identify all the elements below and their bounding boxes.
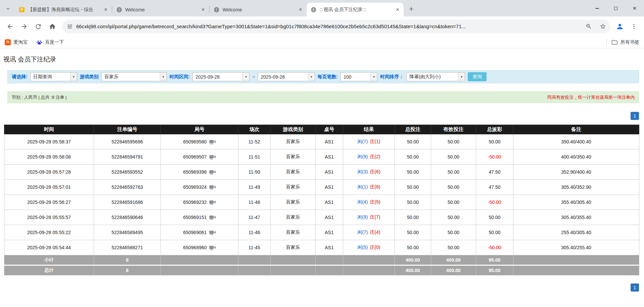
sort-order-select[interactable]: 降幂(由大到小) ▾ xyxy=(406,72,465,81)
bet-records-table: 时间 注单编号 局号 场次 游戏类别 桌号 结果 总投注 有效投注 总派彩 备注… xyxy=(4,125,639,275)
bookmark-baidu[interactable]: 百度一下 xyxy=(36,39,64,45)
minimize-icon xyxy=(595,8,599,9)
menu-button[interactable] xyxy=(627,19,641,34)
query-type-select[interactable]: 日期查询 ▾ xyxy=(30,72,77,81)
refresh-button[interactable] xyxy=(31,19,45,34)
home-button[interactable] xyxy=(45,19,59,34)
cell-payout: 50.00 xyxy=(476,225,513,240)
header-total-bet: 总投注 xyxy=(395,125,431,134)
table-row: 2025-09-28 05:58:37 522846595686 6509695… xyxy=(4,134,639,149)
cell-table-no: AS1 xyxy=(316,210,343,225)
video-replay-icon[interactable] xyxy=(209,185,216,190)
video-replay-icon[interactable] xyxy=(209,155,216,160)
cell-time: 2025-09-28 05:57:28 xyxy=(4,165,94,180)
result-player: 闲(4) xyxy=(357,199,368,205)
result-player: 闲(7) xyxy=(357,229,368,235)
cell-total-bet[interactable]: 50.00 xyxy=(395,195,431,210)
subtotal-payout: 95.00 xyxy=(476,255,513,265)
cell-remark: 355.40/305.40 xyxy=(513,195,639,210)
cell-table-no: AS1 xyxy=(316,149,343,165)
cell-table-no: AS1 xyxy=(316,240,343,255)
cell-total-bet[interactable]: 50.00 xyxy=(395,225,431,240)
cell-result: 闲(1)庄(8) xyxy=(343,180,395,195)
pagination-page-1-top[interactable]: 1 xyxy=(631,112,639,120)
maximize-button[interactable] xyxy=(606,0,625,16)
forward-icon xyxy=(20,23,28,30)
cell-total-bet[interactable]: 50.00 xyxy=(395,134,431,149)
result-banker: 庄(4) xyxy=(370,229,380,235)
close-button[interactable]: ✕ xyxy=(625,0,644,16)
date-range-tilde: ~ xyxy=(252,74,255,80)
star-icon xyxy=(600,23,606,30)
cell-total-bet[interactable]: 50.00 xyxy=(395,240,431,255)
tab-search-button[interactable] xyxy=(3,3,13,14)
tab-close-icon[interactable]: ✕ xyxy=(297,6,304,13)
tab-close-icon[interactable]: ✕ xyxy=(200,6,206,13)
total-total-bet: 400.00 xyxy=(395,265,431,275)
video-replay-icon[interactable] xyxy=(209,245,216,251)
cell-result: 闲(3)庄(6) xyxy=(343,165,395,180)
subtotal-label: 小计 xyxy=(4,255,94,265)
round-number: 650969151 xyxy=(183,215,206,220)
tab-welcome-1[interactable]: Welcome ✕ xyxy=(112,3,209,16)
game-type-select[interactable]: 百家乐 ▾ xyxy=(101,72,167,81)
all-bookmarks-button[interactable]: 所有书签 xyxy=(611,39,639,45)
date-from-select[interactable]: 2025-09-28 ▾ xyxy=(192,72,249,81)
cell-time: 2025-09-28 05:55:22 xyxy=(4,225,94,240)
table-row: 2025-09-28 05:58:08 522846594791 6509695… xyxy=(4,149,639,165)
header-valid-bet: 有效投注 xyxy=(431,125,476,134)
back-button[interactable] xyxy=(3,19,17,34)
bookmark-taobao[interactable]: 淘 爱淘宝 xyxy=(5,39,28,45)
date-to-select[interactable]: 2025-09-28 ▾ xyxy=(258,72,315,81)
url-bar[interactable]: 66cxkj98.com/ipl/portal.php/game/betreco… xyxy=(62,20,610,33)
tab-title: Welcome xyxy=(125,7,197,12)
bookmark-star-button[interactable] xyxy=(597,21,608,32)
cell-payout: 50.00 xyxy=(476,210,513,225)
cell-session: 11-50 xyxy=(238,165,271,180)
zoom-button[interactable] xyxy=(583,21,594,32)
total-row: 总计 8 400.00 400.00 95.00 xyxy=(4,265,639,275)
cell-valid-bet: 50.00 xyxy=(431,225,476,240)
cell-game-type: 百家乐 xyxy=(271,165,316,180)
tab-welcome-2[interactable]: Welcome ✕ xyxy=(210,3,307,16)
search-button[interactable]: 查询 xyxy=(468,72,487,81)
page-size-label: 每页笔数: xyxy=(318,74,338,80)
cell-round: 650969232 xyxy=(161,195,238,210)
chevron-down-icon: ▾ xyxy=(458,73,465,81)
cell-round: 650968960 xyxy=(161,240,238,255)
cell-total-bet[interactable]: 50.00 xyxy=(395,210,431,225)
profile-button[interactable] xyxy=(613,19,627,34)
profile-avatar-icon xyxy=(616,23,624,31)
result-banker: 庄(1) xyxy=(370,139,380,144)
new-tab-button[interactable]: + xyxy=(406,4,416,14)
tab-forum[interactable]: 【新提醒】海燕策略论坛 - 综合 ✕ xyxy=(15,3,112,16)
date-range-label: 时间区间: xyxy=(170,74,190,80)
cell-total-bet[interactable]: 50.00 xyxy=(395,149,431,165)
header-payout: 总派彩 xyxy=(476,125,513,134)
cell-valid-bet: 50.00 xyxy=(431,134,476,149)
tab-bet-records-active[interactable]: :::视讯 会员下注纪录::: ✕ xyxy=(307,3,404,16)
cell-table-no: AS1 xyxy=(316,195,343,210)
table-header-row: 时间 注单编号 局号 场次 游戏类别 桌号 结果 总投注 有效投注 总派彩 备注 xyxy=(4,125,639,134)
video-replay-icon[interactable] xyxy=(209,230,216,235)
site-info-icon[interactable] xyxy=(67,24,73,30)
folder-icon xyxy=(611,39,618,45)
bookmark-label: 爱淘宝 xyxy=(13,39,28,45)
video-replay-icon[interactable] xyxy=(209,139,216,145)
cell-game-type: 百家乐 xyxy=(271,149,316,165)
cell-total-bet[interactable]: 50.00 xyxy=(395,165,431,180)
tab-close-icon[interactable]: ✕ xyxy=(394,6,401,13)
minimize-button[interactable] xyxy=(588,0,606,16)
video-replay-icon[interactable] xyxy=(209,215,216,220)
globe-favicon-icon xyxy=(214,7,220,13)
subtotal-total-bet: 400.00 xyxy=(395,255,431,265)
forward-button[interactable] xyxy=(17,19,31,34)
cell-total-bet[interactable]: 50.00 xyxy=(395,180,431,195)
page-size-select[interactable]: 100 ▾ xyxy=(340,72,377,81)
pagination-page-1-bottom[interactable]: 1 xyxy=(631,283,639,292)
video-replay-icon[interactable] xyxy=(209,200,216,205)
tab-close-icon[interactable]: ✕ xyxy=(102,6,109,13)
result-player: 闲(9) xyxy=(357,214,368,220)
cell-payout: -50.00 xyxy=(476,149,513,165)
video-replay-icon[interactable] xyxy=(209,170,216,175)
